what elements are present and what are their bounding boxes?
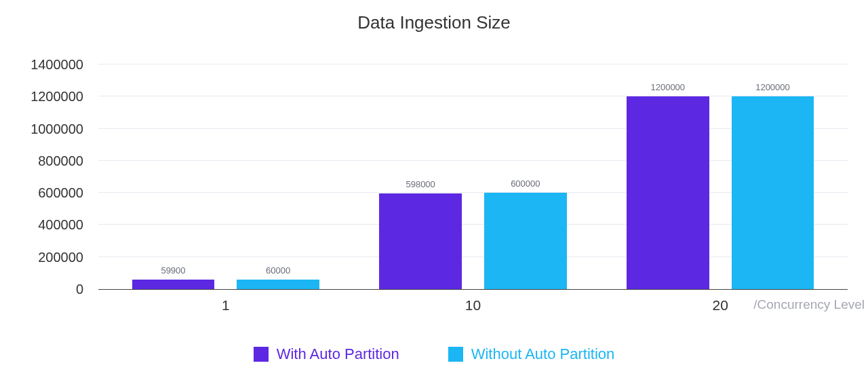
legend-label: Without Auto Partition [471,345,615,363]
grid-line [98,64,848,64]
bar: 1200000 [732,96,814,289]
y-tick-label: 800000 [38,153,83,168]
plot-area: /Concurrency Level 020000040000060000080… [98,64,848,290]
bar-value-label: 600000 [511,178,540,189]
bar: 59900 [132,280,215,289]
legend-label: With Auto Partition [277,345,399,363]
legend-swatch [448,347,463,362]
y-tick-label: 400000 [38,217,83,233]
x-axis-title: /Concurrency Level [753,297,865,312]
bar: 60000 [237,280,319,289]
y-tick-label: 200000 [38,249,83,265]
bar: 600000 [484,193,567,289]
y-tick-label: 1400000 [31,57,83,73]
x-tick-label: 10 [465,297,481,314]
x-tick-label: 1 [222,297,230,314]
chart-container: Data Ingestion Size /Concurrency Level 0… [0,0,868,378]
bar: 1200000 [627,96,709,289]
y-tick-label: 600000 [38,185,83,201]
bar-value-label: 60000 [266,265,290,276]
legend-swatch [254,347,269,362]
y-tick-label: 1000000 [31,121,83,136]
legend-item: With Auto Partition [254,345,399,363]
y-tick-label: 0 [76,282,83,297]
bar-value-label: 1200000 [650,82,685,92]
legend: With Auto PartitionWithout Auto Partitio… [0,345,868,364]
bar: 598000 [379,193,462,289]
y-tick-label: 1200000 [31,89,83,105]
legend-item: Without Auto Partition [448,345,615,363]
chart-title: Data Ingestion Size [0,12,868,33]
bar-value-label: 598000 [406,179,435,189]
bar-value-label: 59900 [161,265,185,276]
x-tick-label: 20 [712,297,728,314]
bar-value-label: 1200000 [755,82,790,92]
